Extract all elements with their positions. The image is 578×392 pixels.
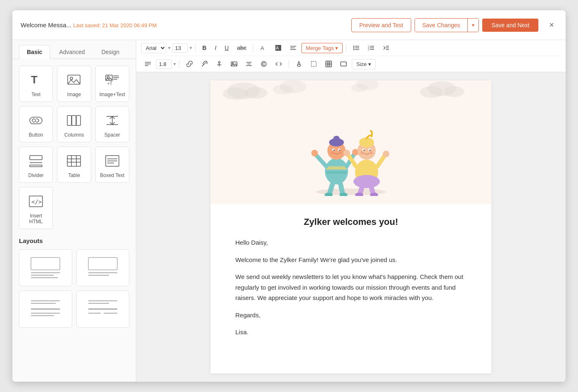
main-layout: Basic Advanced Design T Text: [12, 40, 566, 382]
tab-basic[interactable]: Basic: [19, 45, 50, 59]
layout-item-1[interactable]: [19, 249, 72, 286]
indent-button[interactable]: [379, 43, 393, 53]
svg-point-59: [353, 49, 355, 50]
element-image[interactable]: Image: [57, 66, 91, 102]
element-columns-label: Columns: [64, 132, 84, 138]
underline-button[interactable]: U: [221, 43, 232, 53]
svg-rect-83: [311, 61, 316, 66]
element-columns[interactable]: Columns: [57, 106, 91, 142]
svg-point-128: [364, 150, 365, 151]
layout-2-icon: [86, 255, 119, 280]
save-next-button[interactable]: Save and Next: [482, 19, 538, 32]
toolbar-row-1: Arial ▾ ▾ B I U abc A A: [141, 40, 561, 56]
element-text-label: Text: [31, 92, 40, 97]
svg-rect-17: [30, 156, 42, 160]
font-size-input[interactable]: [172, 43, 188, 53]
svg-line-118: [329, 184, 332, 194]
svg-rect-31: [31, 257, 60, 270]
text-icon: T: [28, 72, 44, 88]
fill-color-button[interactable]: [292, 59, 306, 69]
anchor-button[interactable]: [213, 59, 226, 69]
button-icon: [28, 112, 44, 129]
svg-point-135: [383, 151, 389, 157]
saved-text: Last saved: 21 Mar 2020 06:49 PM: [73, 22, 156, 28]
svg-rect-13: [76, 116, 81, 125]
svg-point-73: [218, 61, 220, 63]
font-color-button[interactable]: A: [257, 43, 270, 53]
svg-text:3.: 3.: [368, 48, 370, 51]
image-props-button[interactable]: [337, 59, 350, 69]
layout-item-2[interactable]: [76, 249, 130, 286]
svg-point-107: [333, 136, 340, 142]
element-image-text-label: Image+Text: [99, 92, 125, 97]
list-unordered-button[interactable]: [350, 43, 363, 53]
save-changes-dropdown-button[interactable]: ▾: [467, 19, 479, 32]
svg-point-133: [343, 150, 350, 156]
element-text[interactable]: T Text: [19, 66, 53, 102]
element-boxed-text-label: Boxed Text: [100, 172, 124, 178]
preview-test-button[interactable]: Preview and Test: [351, 18, 411, 32]
svg-rect-35: [88, 257, 117, 270]
svg-rect-103: [326, 166, 347, 170]
svg-line-119: [341, 184, 343, 194]
layout-item-3[interactable]: [19, 290, 72, 328]
svg-point-123: [353, 175, 380, 188]
link-button[interactable]: [183, 59, 196, 69]
align-center-button[interactable]: [242, 59, 256, 69]
tab-design[interactable]: Design: [94, 45, 127, 59]
sidebar-tabs: Basic Advanced Design: [12, 40, 136, 59]
svg-point-97: [420, 86, 443, 98]
svg-line-114: [316, 155, 326, 166]
highlight-button[interactable]: A: [272, 43, 285, 53]
paragraph-format-button[interactable]: [141, 59, 154, 69]
element-divider-label: Divider: [28, 172, 43, 178]
svg-point-130: [360, 151, 364, 154]
editor-area: Arial ▾ ▾ B I U abc A A: [136, 40, 566, 382]
svg-rect-89: [341, 62, 346, 66]
font-family-select[interactable]: Arial: [141, 43, 166, 53]
characters-illustration: [306, 105, 396, 196]
italic-button[interactable]: I: [211, 43, 220, 53]
align-button[interactable]: [287, 43, 300, 53]
close-button[interactable]: ×: [546, 19, 557, 31]
svg-rect-12: [72, 116, 76, 125]
element-boxed-text[interactable]: Boxed Text: [95, 146, 129, 183]
svg-text:A: A: [276, 45, 279, 50]
svg-point-92: [223, 87, 248, 100]
svg-line-137: [371, 185, 373, 194]
merge-tags-button[interactable]: Merge Tags ▾: [301, 43, 343, 53]
element-image-text[interactable]: +T Image+Text: [95, 66, 129, 102]
svg-point-100: [351, 84, 367, 92]
elements-grid: T Text I: [19, 66, 129, 229]
svg-text:</>: </>: [31, 198, 42, 205]
table-insert-button[interactable]: [322, 59, 335, 69]
layout-4-icon: [86, 297, 119, 321]
top-bar-actions: Preview and Test Save Changes ▾ Save and…: [351, 18, 557, 32]
svg-text:A: A: [261, 45, 264, 51]
svg-text:+T: +T: [107, 81, 112, 86]
element-table[interactable]: Table: [57, 146, 91, 183]
element-insert-html[interactable]: </> Insert HTML: [19, 187, 53, 229]
layout-item-4[interactable]: [76, 290, 130, 328]
line-height-input[interactable]: [156, 59, 172, 69]
toolbar: Arial ▾ ▾ B I U abc A A: [136, 40, 566, 72]
tab-advanced[interactable]: Advanced: [52, 45, 92, 59]
element-spacer[interactable]: Spacer: [95, 106, 129, 142]
email-hero: [211, 80, 491, 204]
list-ordered-button[interactable]: 1. 2. 3.: [365, 43, 378, 53]
element-spacer-label: Spacer: [104, 132, 120, 138]
strikethrough-button[interactable]: abc: [234, 43, 250, 53]
copyright-button[interactable]: [257, 59, 270, 69]
element-divider[interactable]: Divider: [19, 146, 53, 183]
border-button[interactable]: [307, 59, 320, 69]
size-button[interactable]: Size ▾: [352, 59, 376, 69]
app-window: Welcome Messa... Last saved: 21 Mar 2020…: [12, 10, 566, 382]
svg-point-98: [444, 86, 464, 97]
code-view-button[interactable]: [272, 59, 285, 69]
bold-button[interactable]: B: [199, 43, 210, 53]
unlink-button[interactable]: [198, 59, 211, 69]
save-changes-button[interactable]: Save Changes: [415, 19, 468, 32]
image-insert-button[interactable]: [227, 59, 241, 69]
svg-point-4: [107, 76, 109, 78]
element-button[interactable]: Button: [19, 106, 53, 142]
